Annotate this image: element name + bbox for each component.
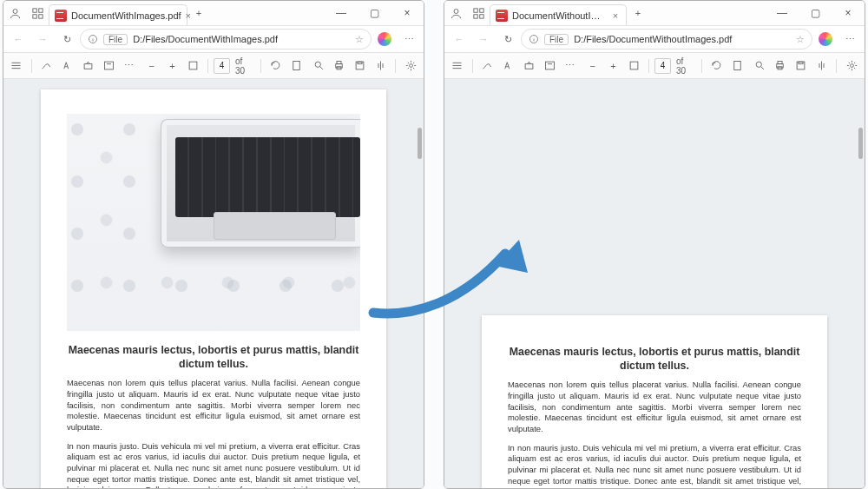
svg-rect-38 [545, 62, 554, 69]
doc-para: In non mauris justo. Duis vehicula mi ve… [67, 441, 360, 488]
fit-page-icon[interactable] [183, 55, 202, 77]
menu-button[interactable]: ⋯ [838, 28, 861, 50]
page-view-icon[interactable] [727, 55, 746, 77]
doc-para: Maecenas non lorem quis tellus placerat … [67, 378, 360, 433]
maximize-button[interactable]: ▢ [358, 1, 391, 25]
svg-rect-41 [733, 62, 740, 70]
pdf-viewport[interactable]: Maecenas mauris lectus, lobortis et puru… [3, 79, 424, 488]
doc-heading: Maecenas mauris lectus, lobortis et puru… [508, 345, 801, 373]
toolbar-settings-icon[interactable] [842, 55, 861, 77]
svg-line-18 [319, 67, 322, 69]
scrollbar-thumb[interactable] [418, 128, 422, 159]
browser-tab[interactable]: DocumentWithoutImages.pdf × [490, 4, 627, 25]
reload-button[interactable]: ↻ [56, 28, 78, 50]
save-icon[interactable] [351, 55, 370, 77]
toolbar-more-icon[interactable]: ⋯ [120, 55, 139, 77]
address-bar: ← → ↻ File D:/Files/DocumentWithImages.p… [3, 26, 424, 53]
read-aloud-icon[interactable] [812, 55, 832, 77]
nav-forward-button[interactable]: → [31, 28, 54, 50]
page-total: of 30 [232, 56, 255, 76]
maximize-button[interactable]: ▢ [799, 1, 832, 25]
browser-window-right: DocumentWithoutImages.pdf × + — ▢ × ← → … [444, 0, 865, 489]
svg-line-43 [760, 67, 763, 69]
favorite-icon[interactable]: ☆ [796, 34, 805, 45]
rotate-icon[interactable] [266, 55, 285, 77]
read-aloud-icon[interactable] [372, 55, 391, 77]
print-icon[interactable] [771, 55, 790, 77]
svg-rect-12 [84, 64, 92, 69]
window-titlebar: DocumentWithoutImages.pdf × + — ▢ × [444, 1, 865, 26]
browser-window-left: DocumentWithImages.pdf × + — ▢ × ← → ↻ F… [3, 0, 424, 489]
profile-icon[interactable] [3, 1, 26, 25]
draw-icon[interactable] [478, 55, 497, 77]
close-window-button[interactable]: × [832, 1, 865, 25]
extension-button[interactable] [814, 28, 837, 50]
document-image [67, 114, 360, 331]
svg-rect-40 [630, 62, 638, 69]
svg-rect-1 [32, 8, 36, 11]
erase-icon[interactable] [78, 55, 97, 77]
svg-rect-4 [38, 14, 42, 17]
nav-back-button[interactable]: ← [448, 28, 470, 50]
text-icon[interactable] [540, 55, 559, 77]
profile-icon[interactable] [444, 1, 467, 25]
svg-rect-45 [778, 62, 782, 64]
svg-rect-28 [473, 14, 477, 17]
search-icon[interactable] [750, 55, 769, 77]
pdf-toolbar: ⋯ − + 4 of 30 [3, 53, 424, 79]
svg-rect-15 [189, 62, 197, 69]
zoom-out-button[interactable]: − [583, 55, 602, 77]
zoom-in-button[interactable]: + [604, 55, 623, 77]
minimize-button[interactable]: — [766, 1, 799, 25]
nav-forward-button[interactable]: → [472, 28, 495, 50]
url-field[interactable]: File D:/Files/DocumentWithImages.pdf ☆ [80, 29, 372, 50]
erase-icon[interactable] [519, 55, 538, 77]
pdf-toolbar: ⋯ − + 4 of 30 [444, 53, 865, 79]
page-number-input[interactable]: 4 [214, 58, 230, 74]
sidebar-toggle-icon[interactable] [7, 55, 26, 77]
close-window-button[interactable]: × [391, 1, 424, 25]
svg-point-25 [454, 9, 458, 13]
workspace-icon[interactable] [467, 1, 490, 25]
search-icon[interactable] [309, 55, 328, 77]
url-scheme-pill: File [544, 34, 569, 45]
page-view-icon[interactable] [286, 55, 306, 77]
print-icon[interactable] [330, 55, 349, 77]
tab-close-icon[interactable]: × [610, 10, 621, 21]
pdf-viewport[interactable]: Maecenas mauris lectus, lobortis et puru… [444, 79, 865, 488]
tab-title: DocumentWithoutImages.pdf [512, 10, 606, 21]
svg-rect-48 [799, 62, 803, 64]
browser-tab[interactable]: DocumentWithImages.pdf × [49, 4, 187, 25]
window-buttons: — ▢ × [766, 1, 865, 25]
svg-rect-2 [38, 8, 42, 11]
window-titlebar: DocumentWithImages.pdf × + — ▢ × [3, 1, 424, 26]
nav-back-button[interactable]: ← [7, 28, 30, 50]
new-tab-button[interactable]: + [627, 8, 649, 18]
text-icon[interactable] [99, 55, 118, 77]
reload-button[interactable]: ↻ [496, 28, 519, 50]
svg-point-42 [756, 62, 761, 67]
new-tab-button[interactable]: + [187, 8, 210, 18]
fit-page-icon[interactable] [624, 55, 643, 77]
page-number-input[interactable]: 4 [654, 58, 671, 74]
sidebar-toggle-icon[interactable] [448, 55, 467, 77]
highlight-icon[interactable] [58, 55, 77, 77]
extension-button[interactable] [373, 28, 396, 50]
rotate-icon[interactable] [707, 55, 726, 77]
highlight-icon[interactable] [499, 55, 518, 77]
toolbar-settings-icon[interactable] [401, 55, 420, 77]
window-buttons: — ▢ × [325, 1, 424, 25]
scrollbar-thumb[interactable] [858, 128, 863, 159]
draw-icon[interactable] [37, 55, 56, 77]
menu-button[interactable]: ⋯ [398, 28, 420, 50]
url-field[interactable]: File D:/Files/DocumentWithoutImages.pdf … [521, 29, 812, 50]
doc-heading: Maecenas mauris lectus, lobortis et puru… [67, 343, 360, 371]
workspace-icon[interactable] [26, 1, 49, 25]
zoom-in-button[interactable]: + [163, 55, 182, 77]
save-icon[interactable] [792, 55, 811, 77]
minimize-button[interactable]: — [325, 1, 358, 25]
zoom-out-button[interactable]: − [142, 55, 161, 77]
toolbar-more-icon[interactable]: ⋯ [561, 55, 580, 77]
extension-icon [819, 32, 832, 46]
favorite-icon[interactable]: ☆ [355, 34, 364, 45]
